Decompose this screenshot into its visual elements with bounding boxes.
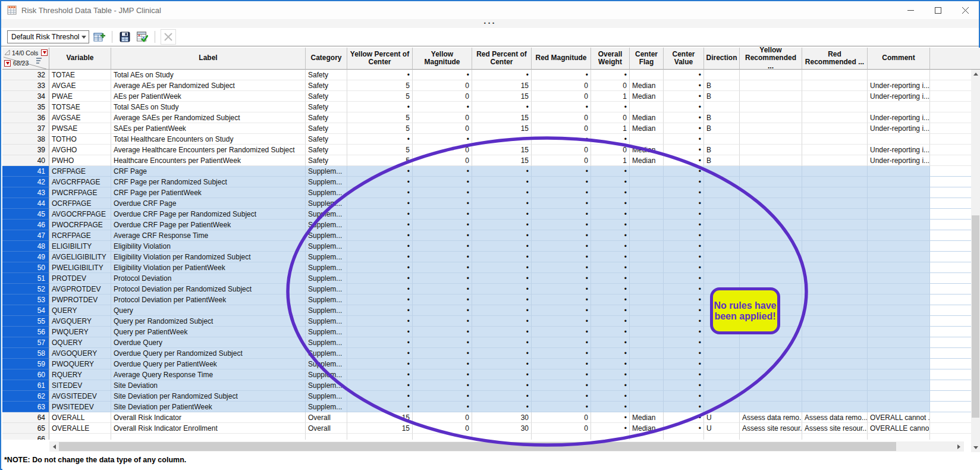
cell-red_pct[interactable]: • [472, 391, 532, 402]
cell-yellow_rec[interactable] [740, 155, 802, 166]
cell-yellow_rec[interactable] [740, 80, 802, 91]
row-number-cell[interactable]: 36 [2, 112, 49, 123]
cell-red_mag[interactable]: • [532, 348, 591, 359]
cell-red_rec[interactable]: Assess site resour... [802, 423, 868, 434]
row-number-cell[interactable]: 38 [2, 134, 49, 145]
cell-center_flag[interactable]: Median [630, 145, 664, 155]
cell-red_mag[interactable]: 0 [532, 412, 591, 423]
cell-label[interactable]: Protocol Deviation per PatientWeek [111, 294, 306, 305]
cell-direction[interactable] [704, 327, 740, 337]
cell-label[interactable]: Overdue CRF Page per PatientWeek [111, 220, 306, 230]
cell-variable[interactable]: PWAE [49, 91, 111, 102]
cell-overall_weight[interactable]: • [591, 369, 630, 380]
cell-center_value[interactable]: • [664, 91, 704, 102]
cell-center_value[interactable]: • [664, 423, 704, 434]
cell-direction[interactable] [704, 230, 740, 241]
cell-label[interactable]: Overall Risk Indicator Enrollment [111, 423, 306, 434]
cell-yellow_pct[interactable]: • [347, 102, 413, 112]
cell-overall_weight[interactable]: 1 [591, 155, 630, 166]
cell-label[interactable]: AEs per PatientWeek [111, 91, 306, 102]
cell-red_rec[interactable] [802, 166, 868, 177]
cell-center_value[interactable]: • [664, 70, 704, 80]
cell-center_flag[interactable] [630, 359, 664, 369]
cell-comment[interactable] [868, 316, 930, 327]
cell-yellow_rec[interactable] [740, 91, 802, 102]
delete-risk-threshold-button[interactable] [161, 29, 176, 45]
cell-overall_weight[interactable]: • [591, 327, 630, 337]
cell-variable[interactable]: RCRFPAGE [49, 230, 111, 241]
cell-yellow_rec[interactable] [740, 134, 802, 145]
cell-center_value[interactable]: • [664, 134, 704, 145]
cell-overall_weight[interactable]: • [591, 252, 630, 262]
cell-direction[interactable]: B [704, 80, 740, 91]
cell-red_rec[interactable] [802, 134, 868, 145]
cell-variable[interactable]: OVERALL [49, 412, 111, 423]
column-header-center_value[interactable]: Center Value [664, 48, 704, 70]
row-number-cell[interactable]: 56 [2, 327, 49, 337]
cell-overall_weight[interactable]: 0 [591, 80, 630, 91]
cell-variable[interactable]: ELIGIBILITY [49, 241, 111, 252]
cell-yellow_mag[interactable]: • [413, 359, 472, 369]
cell-red_pct[interactable]: 15 [472, 80, 532, 91]
cell-category[interactable]: Supplem... [306, 209, 347, 220]
cell-yellow_mag[interactable] [413, 434, 472, 440]
column-header-red_pct[interactable]: Red Percent of Center [472, 48, 532, 70]
cell-yellow_mag[interactable]: 0 [413, 123, 472, 134]
cell-direction[interactable] [704, 316, 740, 327]
column-header-center_flag[interactable]: Center Flag [630, 48, 664, 70]
cell-yellow_mag[interactable]: • [413, 241, 472, 252]
cell-overall_weight[interactable]: • [591, 230, 630, 241]
cell-red_pct[interactable]: • [472, 70, 532, 80]
cell-center_value[interactable]: • [664, 155, 704, 166]
cell-label[interactable]: SAEs per PatientWeek [111, 123, 306, 134]
cell-center_flag[interactable] [630, 369, 664, 380]
cell-comment[interactable] [868, 337, 930, 348]
cell-direction[interactable] [704, 380, 740, 391]
cell-direction[interactable] [704, 102, 740, 112]
cell-overall_weight[interactable]: 1 [591, 91, 630, 102]
cell-red_rec[interactable] [802, 187, 868, 198]
cell-yellow_mag[interactable]: 0 [413, 91, 472, 102]
row-number-cell[interactable]: 51 [2, 273, 49, 284]
cell-yellow_pct[interactable]: • [347, 284, 413, 294]
column-header-comment[interactable]: Comment [868, 48, 930, 70]
cell-variable[interactable]: TOTSAE [49, 102, 111, 112]
cell-red_pct[interactable]: • [472, 380, 532, 391]
cell-direction[interactable]: B [704, 91, 740, 102]
cell-variable[interactable]: PROTDEV [49, 273, 111, 284]
cell-category[interactable]: Supplem... [306, 327, 347, 337]
apply-risk-threshold-button[interactable] [135, 30, 149, 44]
cell-red_pct[interactable]: • [472, 252, 532, 262]
cell-red_mag[interactable]: • [532, 230, 591, 241]
cell-center_flag[interactable] [630, 434, 664, 440]
cell-overall_weight[interactable]: • [591, 198, 630, 209]
cell-red_rec[interactable] [802, 80, 868, 91]
cell-center_value[interactable]: • [664, 273, 704, 284]
close-button[interactable] [951, 2, 979, 19]
cell-yellow_rec[interactable] [740, 391, 802, 402]
cell-red_rec[interactable] [802, 155, 868, 166]
cell-yellow_pct[interactable]: 5 [347, 80, 413, 91]
cell-yellow_rec[interactable] [740, 434, 802, 440]
cell-center_flag[interactable] [630, 337, 664, 348]
cell-center_value[interactable]: • [664, 391, 704, 402]
cell-variable[interactable] [49, 434, 111, 440]
cell-yellow_mag[interactable]: • [413, 369, 472, 380]
cell-comment[interactable] [868, 252, 930, 262]
cell-label[interactable]: Protocol Deviation per Randomized Subjec… [111, 284, 306, 294]
cell-comment[interactable] [868, 327, 930, 337]
cell-center_flag[interactable] [630, 262, 664, 273]
cell-red_pct[interactable]: 15 [472, 145, 532, 155]
cell-comment[interactable]: OVERALL cannot ... [868, 412, 930, 423]
cell-red_mag[interactable]: • [532, 327, 591, 337]
minimize-button[interactable] [897, 2, 924, 19]
cell-overall_weight[interactable]: 0 [591, 145, 630, 155]
cell-variable[interactable]: PWSITEDEV [49, 402, 111, 412]
cell-red_pct[interactable]: • [472, 369, 532, 380]
row-number-cell[interactable]: 66 [2, 434, 49, 440]
cell-center_value[interactable]: • [664, 348, 704, 359]
cell-red_pct[interactable]: • [472, 102, 532, 112]
cell-variable[interactable]: PWQUERY [49, 327, 111, 337]
cell-red_mag[interactable]: • [532, 380, 591, 391]
column-header-yellow_pct[interactable]: Yellow Percent of Center [347, 48, 413, 70]
